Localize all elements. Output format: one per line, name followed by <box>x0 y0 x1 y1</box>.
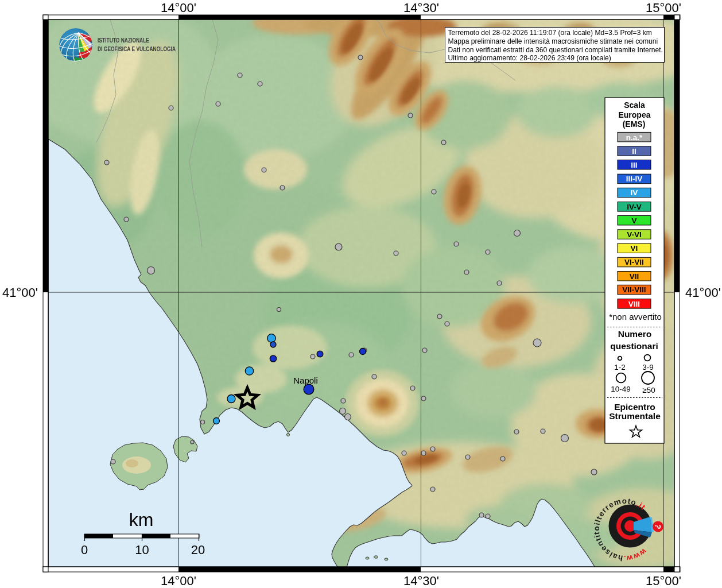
svg-text:VI-VII: VI-VII <box>624 258 644 266</box>
svg-text:Europea: Europea <box>618 110 650 119</box>
svg-text:14°00': 14°00' <box>161 574 196 588</box>
svg-text:0: 0 <box>81 543 88 557</box>
svg-text:V: V <box>631 216 636 225</box>
svg-text:Terremoto del 28-02-2026 11:19: Terremoto del 28-02-2026 11:19:07 (ora l… <box>448 29 652 37</box>
svg-text:VII-VIII: VII-VIII <box>622 285 646 294</box>
svg-text:Scala: Scala <box>624 100 645 110</box>
svg-text:Numero: Numero <box>618 329 652 339</box>
svg-text:20: 20 <box>191 543 205 557</box>
svg-text:IV: IV <box>631 188 638 197</box>
svg-text:Strumentale: Strumentale <box>609 411 661 421</box>
svg-text:VIII: VIII <box>628 300 640 308</box>
svg-text:III-IV: III-IV <box>626 175 643 183</box>
svg-text:*non avvertito: *non avvertito <box>609 312 662 322</box>
svg-text:Dati non verificati estratti d: Dati non verificati estratti da 360 ques… <box>448 46 663 54</box>
svg-text:41°00': 41°00' <box>2 285 38 300</box>
svg-text:n.a.*: n.a.* <box>626 133 643 142</box>
svg-text:14°30': 14°30' <box>403 574 439 588</box>
svg-text:questionari: questionari <box>610 341 658 351</box>
svg-text:14°30': 14°30' <box>403 1 439 15</box>
svg-text:(EMS): (EMS) <box>623 119 646 129</box>
svg-text:III: III <box>631 161 637 169</box>
svg-text:15°00': 15°00' <box>646 574 681 588</box>
svg-text:15°00': 15°00' <box>646 1 681 15</box>
svg-text:Napoli: Napoli <box>293 376 318 385</box>
svg-text:IV-V: IV-V <box>627 203 642 211</box>
svg-text:VII: VII <box>630 272 639 281</box>
svg-text:DI GEOFISICA E VULCANOLOGIA: DI GEOFISICA E VULCANOLOGIA <box>98 45 176 52</box>
svg-text:VI: VI <box>631 244 638 253</box>
svg-text:V-VI: V-VI <box>627 230 642 239</box>
svg-text:Epicentro: Epicentro <box>614 402 655 412</box>
svg-text:km: km <box>129 509 154 530</box>
svg-text:Ultimo aggiornamento: 28-02-20: Ultimo aggiornamento: 28-02-2026 23:49 (… <box>448 54 611 62</box>
svg-text:41°00': 41°00' <box>685 285 721 300</box>
svg-text:Mappa preliminare delle intens: Mappa preliminare delle intensità macros… <box>448 37 658 45</box>
svg-text:10: 10 <box>135 543 149 557</box>
svg-text:14°00': 14°00' <box>161 1 196 15</box>
svg-text:10-49: 10-49 <box>611 385 631 393</box>
svg-text:3-9: 3-9 <box>642 363 654 372</box>
svg-text:1-2: 1-2 <box>614 363 626 372</box>
svg-text:≥50: ≥50 <box>642 386 655 394</box>
svg-text:II: II <box>632 147 636 156</box>
svg-text:ISTITUTO NAZIONALE: ISTITUTO NAZIONALE <box>98 37 149 44</box>
